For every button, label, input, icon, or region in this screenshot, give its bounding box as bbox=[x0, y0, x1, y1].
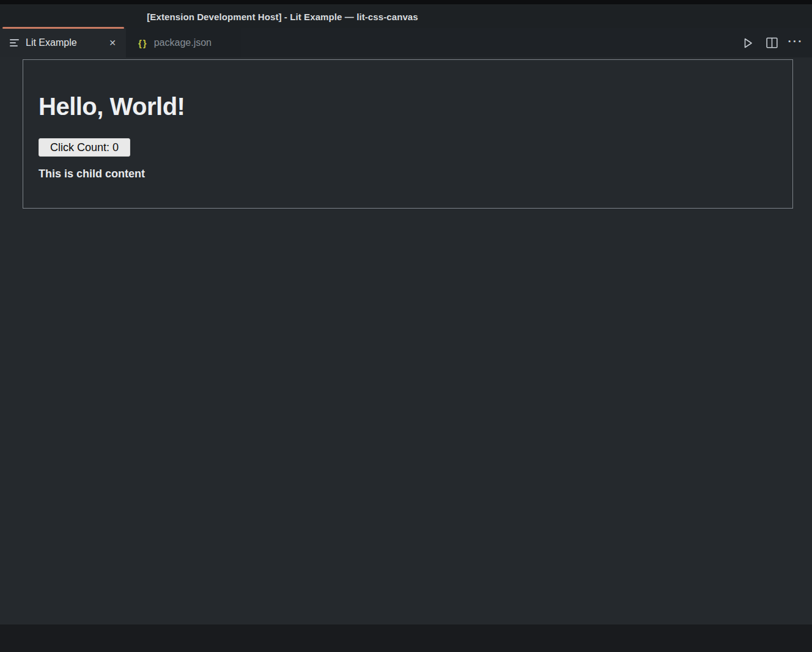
webview-panel: Hello, World! Click Count: 0 This is chi… bbox=[0, 57, 812, 624]
window-title: [Extension Development Host] - Lit Examp… bbox=[147, 11, 418, 21]
vscode-extension-host-window: [Extension Development Host] - Lit Examp… bbox=[0, 0, 812, 652]
tab-label-package-json: package.json bbox=[154, 37, 212, 48]
play-icon[interactable] bbox=[741, 36, 755, 50]
active-tab-indicator bbox=[2, 27, 124, 29]
lit-element-container: Hello, World! Click Count: 0 This is chi… bbox=[23, 59, 793, 209]
webview-lines-icon bbox=[10, 39, 20, 46]
json-braces-icon: {} bbox=[138, 39, 148, 48]
hello-world-heading: Hello, World! bbox=[39, 94, 185, 119]
close-icon[interactable]: ✕ bbox=[108, 37, 117, 48]
tab-label-lit-example: Lit Example bbox=[26, 37, 77, 48]
click-count-button[interactable]: Click Count: 0 bbox=[39, 138, 130, 157]
bottom-strip bbox=[0, 624, 812, 652]
ellipsis-icon[interactable]: ··· bbox=[789, 36, 802, 50]
editor-tab-bar: Lit Example ✕ {} package.json ··· bbox=[0, 28, 812, 57]
split-editor-icon[interactable] bbox=[765, 36, 778, 50]
editor-actions: ··· bbox=[741, 28, 812, 57]
titlebar: [Extension Development Host] - Lit Examp… bbox=[0, 4, 812, 28]
ellipsis-glyph: ··· bbox=[788, 35, 803, 47]
child-content-text: This is child content bbox=[39, 168, 145, 179]
tab-lit-example[interactable]: Lit Example ✕ bbox=[0, 28, 126, 57]
tab-package-json[interactable]: {} package.json bbox=[126, 28, 241, 57]
